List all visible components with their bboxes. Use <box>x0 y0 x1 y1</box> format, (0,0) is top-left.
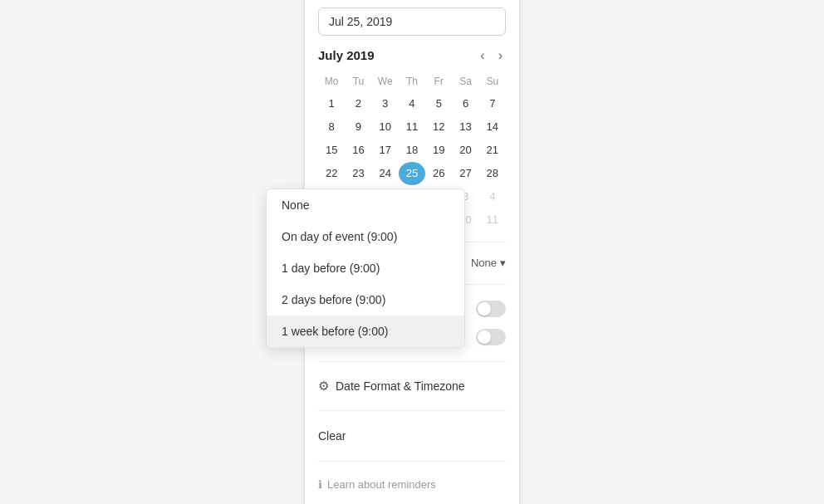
calendar-day[interactable]: 25 <box>399 162 425 185</box>
calendar-day[interactable]: 21 <box>479 139 506 162</box>
calendar-day[interactable]: 27 <box>452 162 478 185</box>
calendar-day[interactable]: 6 <box>452 92 478 115</box>
calendar-day[interactable]: 14 <box>479 115 506 139</box>
calendar-day[interactable]: 11 <box>399 115 425 139</box>
calendar-day[interactable]: 9 <box>345 115 371 139</box>
nav-buttons: ‹ › <box>477 47 506 64</box>
calendar-day[interactable]: 15 <box>318 139 345 162</box>
prev-month-button[interactable]: ‹ <box>477 47 488 64</box>
include-time-toggle[interactable] <box>476 329 506 345</box>
calendar-day[interactable]: 18 <box>399 139 425 162</box>
weekday-header: Sa <box>452 72 478 92</box>
learn-label: Learn about reminders <box>327 478 436 491</box>
calendar-day[interactable]: 19 <box>425 139 452 162</box>
dropdown-item[interactable]: 1 day before (9:00) <box>267 252 464 284</box>
info-icon: ℹ <box>318 478 322 491</box>
dropdown-item[interactable]: On day of event (9:00) <box>267 221 464 252</box>
divider-3 <box>318 361 506 362</box>
calendar-day[interactable]: 13 <box>452 115 478 139</box>
calendar-day[interactable]: 8 <box>318 115 345 139</box>
date-format-row[interactable]: ⚙ Date Format & Timezone <box>318 372 506 400</box>
date-input[interactable] <box>318 7 506 36</box>
calendar-day[interactable]: 24 <box>372 162 399 185</box>
calendar-day[interactable]: 17 <box>372 139 399 162</box>
month-title: July 2019 <box>318 48 375 62</box>
divider-5 <box>318 461 506 462</box>
calendar-day[interactable]: 20 <box>452 139 478 162</box>
weekday-header: Su <box>479 72 506 92</box>
calendar-day[interactable]: 4 <box>399 92 425 115</box>
dropdown-item[interactable]: 1 week before (9:00) <box>267 316 464 347</box>
divider-4 <box>318 410 506 411</box>
dropdown-item[interactable]: None <box>267 189 464 221</box>
calendar-day[interactable]: 22 <box>318 162 345 185</box>
weekday-header: Tu <box>345 72 371 92</box>
calendar-day[interactable]: 7 <box>479 92 506 115</box>
remind-value: None <box>471 257 497 269</box>
calendar-day[interactable]: 3 <box>372 92 399 115</box>
calendar-day[interactable]: 10 <box>372 115 399 139</box>
calendar-day[interactable]: 4 <box>479 185 506 208</box>
calendar-day[interactable]: 26 <box>425 162 452 185</box>
weekday-header: Mo <box>318 72 345 92</box>
calendar-day[interactable]: 11 <box>479 208 506 232</box>
learn-row: ℹ Learn about reminders <box>318 472 506 497</box>
calendar-day[interactable]: 23 <box>345 162 371 185</box>
clear-button[interactable]: Clear <box>318 421 506 451</box>
chevron-down-icon: ▾ <box>500 257 506 269</box>
weekday-header: We <box>372 72 399 92</box>
calendar-day[interactable]: 1 <box>318 92 345 115</box>
calendar-day[interactable]: 16 <box>345 139 371 162</box>
weekday-header: Th <box>399 72 425 92</box>
calendar-day[interactable]: 12 <box>425 115 452 139</box>
date-format-label: Date Format & Timezone <box>336 379 465 393</box>
calendar-header: July 2019 ‹ › <box>318 47 506 64</box>
gear-icon: ⚙ <box>318 379 329 394</box>
calendar-day[interactable]: 5 <box>425 92 452 115</box>
end-date-toggle[interactable] <box>476 301 506 317</box>
remind-dropdown[interactable]: None ▾ <box>471 257 506 269</box>
reminder-dropdown-popup: NoneOn day of event (9:00)1 day before (… <box>266 188 465 348</box>
calendar-day[interactable]: 28 <box>479 162 506 185</box>
next-month-button[interactable]: › <box>495 47 506 64</box>
dropdown-item[interactable]: 2 days before (9:00) <box>267 284 464 316</box>
weekday-header: Fr <box>425 72 452 92</box>
calendar-day[interactable]: 2 <box>345 92 371 115</box>
